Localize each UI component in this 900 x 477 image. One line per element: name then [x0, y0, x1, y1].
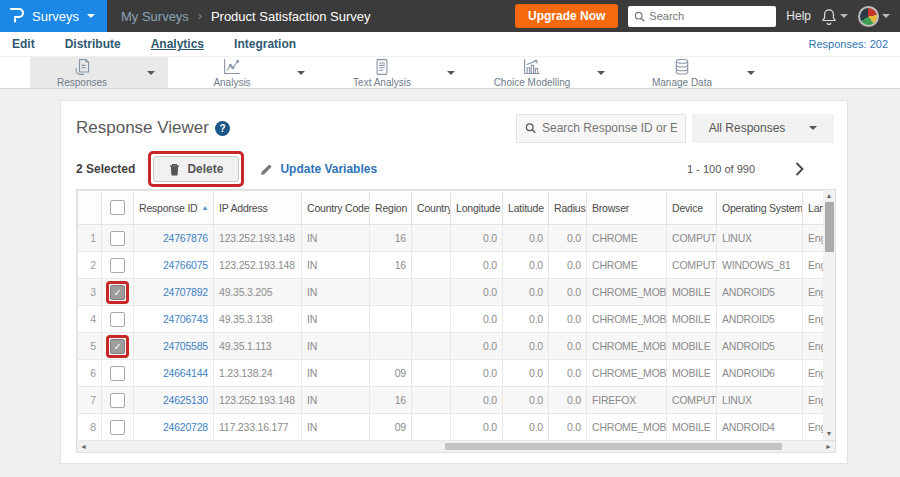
update-variables-button[interactable]: Update Variables	[260, 162, 377, 176]
cell-operating-system: ANDROID5	[717, 279, 803, 306]
cell-country-code: IN	[302, 333, 370, 360]
cell-radius: 0.0	[549, 360, 587, 387]
column-header-country[interactable]: Country	[412, 191, 451, 225]
cell-radius: 0.0	[549, 279, 587, 306]
cell-longitude: 0.0	[451, 279, 503, 306]
cell-device: MOBILE	[667, 279, 717, 306]
cell-operating-system: LINUX	[717, 225, 803, 252]
row-checkbox[interactable]	[110, 393, 125, 408]
cell-region	[370, 333, 412, 360]
cell-country-code: IN	[302, 225, 370, 252]
row-checkbox[interactable]	[110, 312, 125, 327]
scroll-left-icon[interactable]: ◄	[80, 441, 87, 453]
vertical-scrollbar[interactable]: ▲ ▼	[823, 189, 836, 441]
response-filter-dropdown[interactable]: All Responses	[692, 114, 834, 143]
tab-choice-modelling-caret[interactable]	[584, 57, 618, 88]
global-search-input[interactable]	[649, 10, 759, 22]
tab-choice-modelling[interactable]: Choice Modelling	[480, 57, 618, 88]
annotation-box-checkbox: ✓	[106, 281, 129, 304]
cell-country	[412, 333, 451, 360]
vertical-scrollbar-thumb[interactable]	[825, 202, 834, 252]
nav-item-integration[interactable]: Integration	[234, 37, 296, 51]
response-id-link[interactable]: 24767876	[163, 232, 208, 244]
tab-manage-data-caret[interactable]	[734, 57, 768, 88]
row-number: 4	[78, 306, 102, 333]
response-id-link[interactable]: 24620728	[163, 421, 208, 433]
help-icon[interactable]: ?	[215, 121, 230, 136]
cell-ip-address: 117.233.16.177	[214, 414, 302, 441]
response-id-link[interactable]: 24766075	[163, 259, 208, 271]
tab-text-analysis[interactable]: Text Analysis	[330, 57, 468, 88]
row-number: 7	[78, 387, 102, 414]
response-id-cell: 24664144	[134, 360, 214, 387]
cell-latitude: 0.0	[503, 225, 549, 252]
row-checkbox[interactable]	[110, 258, 125, 273]
response-id-link[interactable]: 24705585	[163, 340, 208, 352]
cell-country	[412, 306, 451, 333]
tab-manage-data[interactable]: Manage Data	[630, 57, 768, 88]
nav-item-distribute[interactable]: Distribute	[65, 37, 121, 51]
table-row: 6246641441.23.138.24IN090.00.00.0CHROME_…	[78, 360, 824, 387]
response-id-cell: 24767876	[134, 225, 214, 252]
horizontal-scrollbar[interactable]: ◄ ►	[76, 441, 836, 453]
tab-analysis[interactable]: Analysis	[180, 57, 318, 88]
horizontal-scrollbar-thumb[interactable]	[445, 443, 782, 450]
response-search-box[interactable]	[516, 114, 686, 143]
column-header-region[interactable]: Region	[370, 191, 412, 225]
response-id-link[interactable]: 24625130	[163, 394, 208, 406]
help-link[interactable]: Help	[786, 9, 811, 23]
scroll-down-icon[interactable]: ▼	[826, 428, 833, 440]
responses-table: Response ID▲IP AddressCountry CodeRegion…	[77, 190, 823, 441]
row-checkbox[interactable]: ✓	[110, 339, 125, 354]
row-checkbox[interactable]	[110, 366, 125, 381]
upgrade-now-button[interactable]: Upgrade Now	[515, 4, 618, 28]
column-header-ip-address[interactable]: IP Address	[214, 191, 302, 225]
nav-item-analytics[interactable]: Analytics	[151, 37, 204, 51]
response-id-link[interactable]: 24706743	[163, 313, 208, 325]
nav-item-edit[interactable]: Edit	[12, 37, 35, 51]
row-select-cell	[102, 387, 134, 414]
column-header-response-id[interactable]: Response ID▲	[134, 191, 214, 225]
notifications-menu[interactable]	[821, 8, 848, 25]
table-row: 5✓2470558549.35.1.113IN0.00.00.0CHROME_M…	[78, 333, 824, 360]
bell-icon	[821, 8, 837, 25]
column-header-device[interactable]: Device	[667, 191, 717, 225]
global-search-box[interactable]	[628, 6, 776, 27]
next-page-button[interactable]	[795, 162, 804, 176]
cell-latitude: 0.0	[503, 306, 549, 333]
cell-region: 16	[370, 225, 412, 252]
response-search-input[interactable]	[542, 121, 677, 135]
brand-menu[interactable]: Surveys	[0, 0, 107, 32]
row-checkbox[interactable]	[110, 231, 125, 246]
account-menu[interactable]	[858, 6, 890, 27]
response-id-link[interactable]: 24664144	[163, 367, 208, 379]
scroll-right-icon[interactable]: ►	[825, 441, 832, 453]
column-header-radius[interactable]: Radius	[549, 191, 587, 225]
column-header-latitude[interactable]: Latitude	[503, 191, 549, 225]
select-all-checkbox[interactable]	[110, 200, 125, 215]
column-header-operating-system[interactable]: Operating System	[717, 191, 803, 225]
scroll-up-icon[interactable]: ▲	[826, 190, 833, 202]
table-row: 724625130123.252.193.148IN160.00.00.0FIR…	[78, 387, 824, 414]
column-header-browser[interactable]: Browser	[587, 191, 667, 225]
tab-responses-caret[interactable]	[134, 57, 168, 88]
column-header-longitude[interactable]: Longitude	[451, 191, 503, 225]
row-checkbox[interactable]	[110, 420, 125, 435]
tab-analysis-caret[interactable]	[284, 57, 318, 88]
cell-region	[370, 306, 412, 333]
column-header-language[interactable]: Language	[803, 191, 824, 225]
cell-ip-address: 123.252.193.148	[214, 387, 302, 414]
response-id-cell: 24766075	[134, 252, 214, 279]
cell-language: English	[803, 333, 824, 360]
tab-responses[interactable]: Responses	[30, 57, 168, 88]
row-checkbox[interactable]: ✓	[110, 285, 125, 300]
tab-text-analysis-caret[interactable]	[434, 57, 468, 88]
responses-table-region: Response ID▲IP AddressCountry CodeRegion…	[76, 189, 836, 441]
response-id-link[interactable]: 24707892	[163, 286, 208, 298]
cell-radius: 0.0	[549, 414, 587, 441]
responses-count-link[interactable]: Responses: 202	[809, 38, 889, 50]
breadcrumb-my-surveys[interactable]: My Surveys	[121, 9, 189, 24]
delete-button[interactable]: Delete	[153, 156, 239, 182]
column-header-country-code[interactable]: Country Code	[302, 191, 370, 225]
breadcrumb: My Surveys › Product Satisfaction Survey	[121, 9, 371, 24]
